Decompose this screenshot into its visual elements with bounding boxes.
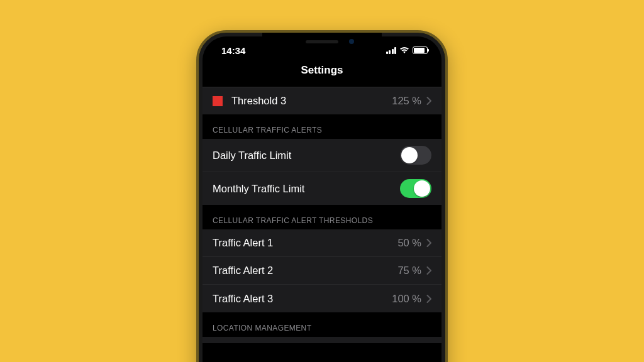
row-traffic-alert-2[interactable]: Traffic Alert 2 75 % <box>203 257 441 285</box>
chevron-right-icon <box>426 239 431 247</box>
battery-icon <box>413 47 428 54</box>
navbar-title: Settings <box>203 59 441 84</box>
status-time: 14:34 <box>221 45 245 56</box>
phone-side-button <box>447 140 448 184</box>
cell-label: Traffic Alert 1 <box>213 237 397 249</box>
cell-label: Traffic Alert 3 <box>213 293 392 305</box>
row-traffic-alert-3[interactable]: Traffic Alert 3 100 % <box>203 285 441 312</box>
section-header-location: LOCATION MANAGEMENT <box>203 312 441 337</box>
phone-side-button <box>196 127 197 150</box>
threshold-group: Threshold 3 125 % <box>203 87 441 114</box>
section-header-thresholds: CELLULAR TRAFFIC ALERT THRESHOLDS <box>203 205 441 229</box>
speaker-grill <box>306 40 338 43</box>
chevron-right-icon <box>426 266 431 275</box>
front-camera <box>349 39 354 44</box>
toggle-monthly-traffic-limit[interactable] <box>400 179 431 198</box>
wifi-icon <box>399 47 409 54</box>
row-monthly-traffic-limit[interactable]: Monthly Traffic Limit <box>203 172 441 205</box>
cellular-signal-icon <box>386 47 397 54</box>
cell-value: 50 % <box>397 237 421 249</box>
cell-label: Threshold 3 <box>231 95 392 107</box>
chevron-right-icon <box>426 97 431 105</box>
row-traffic-alert-1[interactable]: Traffic Alert 1 50 % <box>203 229 441 257</box>
chevron-right-icon <box>426 295 431 303</box>
cell-value: 125 % <box>392 95 421 107</box>
row-threshold-3[interactable]: Threshold 3 125 % <box>203 87 441 114</box>
color-swatch-icon <box>213 96 223 106</box>
thresholds-group: Traffic Alert 1 50 % Traffic Alert 2 75 … <box>203 229 441 312</box>
traffic-alerts-group: Daily Traffic Limit Monthly Traffic Limi… <box>203 139 441 205</box>
row-daily-traffic-limit[interactable]: Daily Traffic Limit <box>203 139 441 172</box>
toggle-daily-traffic-limit[interactable] <box>400 146 431 165</box>
cell-label: Monthly Traffic Limit <box>213 183 400 195</box>
cell-label: Traffic Alert 2 <box>213 265 397 277</box>
location-group <box>203 337 441 343</box>
screen: 14:34 Settings Threshold 3 1 <box>203 36 441 362</box>
cell-value: 100 % <box>392 293 421 305</box>
settings-list[interactable]: Threshold 3 125 % CELLULAR TRAFFIC ALERT… <box>203 87 441 362</box>
cell-value: 75 % <box>397 265 421 277</box>
section-header-traffic-alerts: CELLULAR TRAFFIC ALERTS <box>203 114 441 139</box>
cell-label: Daily Traffic Limit <box>213 150 400 162</box>
phone-notch <box>262 33 382 50</box>
phone-side-button <box>196 158 197 196</box>
phone-frame: 14:34 Settings Threshold 3 1 <box>196 30 448 362</box>
status-right-cluster <box>386 47 428 54</box>
